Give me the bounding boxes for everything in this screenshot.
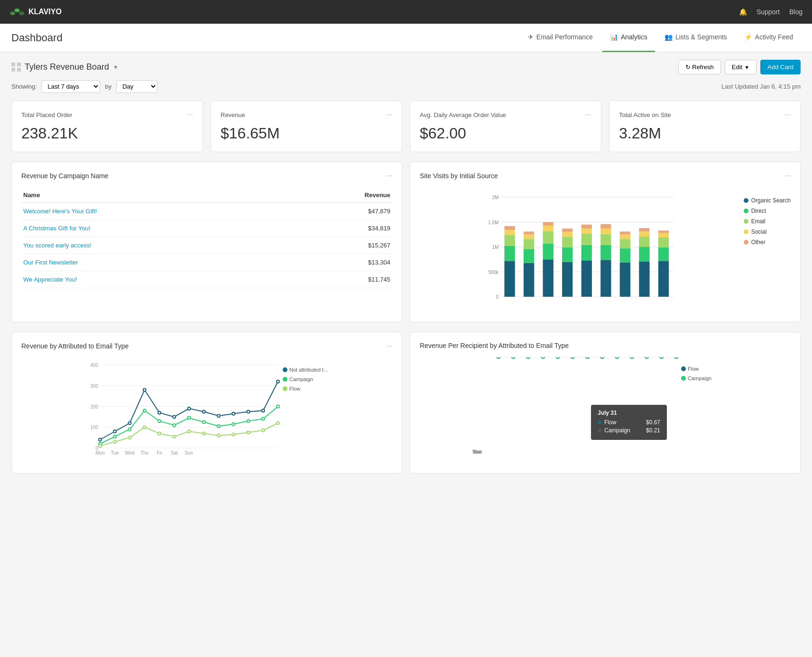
tab-email-performance[interactable]: ✈ Email Performance — [520, 24, 600, 52]
svg-point-80 — [173, 415, 175, 418]
svg-point-151 — [512, 357, 515, 358]
legend-dot — [744, 198, 748, 203]
legend-dot — [744, 229, 748, 234]
svg-point-165 — [681, 376, 686, 381]
legend-dot — [744, 219, 748, 224]
svg-point-112 — [262, 429, 265, 432]
svg-text:500k: 500k — [489, 270, 499, 275]
svg-point-158 — [616, 357, 618, 358]
svg-point-78 — [143, 389, 146, 392]
svg-text:400: 400 — [489, 357, 497, 358]
svg-rect-22 — [524, 231, 534, 234]
legend-item: Organic Search — [744, 197, 791, 204]
svg-point-154 — [556, 357, 559, 358]
blog-link[interactable]: Blog — [789, 8, 803, 16]
site-visits-menu[interactable]: ··· — [784, 172, 791, 180]
page-title: Dashboard — [11, 32, 63, 44]
svg-point-153 — [542, 357, 544, 358]
svg-rect-31 — [562, 232, 572, 237]
svg-rect-17 — [504, 226, 515, 230]
metric-menu-2[interactable]: ··· — [585, 110, 591, 119]
bell-icon[interactable]: 🔔 — [739, 8, 747, 16]
activity-icon: ⚡ — [744, 33, 752, 41]
table-row: Our First Newsletter$13,304 — [21, 254, 392, 271]
svg-point-81 — [188, 407, 191, 410]
svg-point-75 — [99, 438, 102, 441]
svg-point-1 — [15, 9, 20, 12]
time-range-select[interactable]: Last 7 days Last 14 days Last 30 days — [41, 80, 100, 93]
svg-rect-27 — [543, 222, 554, 226]
svg-text:1M: 1M — [492, 245, 498, 250]
tab-analytics[interactable]: 📊 Analytics — [602, 24, 655, 52]
svg-point-105 — [158, 432, 161, 435]
svg-rect-24 — [543, 244, 554, 260]
site-visits-title: Site Visits by Initial Source ··· — [420, 172, 791, 180]
svg-point-91 — [143, 409, 146, 412]
svg-rect-50 — [639, 237, 649, 247]
svg-point-113 — [277, 422, 279, 425]
email-performance-icon: ✈ — [528, 33, 534, 41]
metric-menu-0[interactable]: ··· — [187, 110, 193, 119]
svg-text:Campaign: Campaign — [688, 375, 711, 381]
bar-legend: Organic SearchDirectEmailSocialOther — [744, 188, 791, 312]
revenue-email-menu[interactable]: ··· — [386, 342, 392, 350]
campaign-link[interactable]: Welcome! Here's Your Gift! — [23, 208, 97, 215]
svg-point-90 — [129, 428, 131, 431]
svg-point-92 — [158, 420, 161, 422]
bar-chart-svg: 0500k1M1.5M2M — [420, 188, 738, 312]
svg-rect-18 — [524, 263, 534, 297]
subheader: Dashboard ✈ Email Performance 📊 Analytic… — [0, 24, 812, 52]
svg-text:Mon: Mon — [95, 450, 104, 456]
svg-point-111 — [247, 431, 250, 434]
metric-menu-1[interactable]: ··· — [386, 110, 392, 119]
tooltip-flow-row: Flow $0.67 — [598, 419, 660, 426]
campaign-link[interactable]: We Appreciate You! — [23, 276, 77, 283]
tab-activity-feed[interactable]: ⚡ Activity Feed — [737, 24, 801, 52]
campaign-link[interactable]: Our First Newsletter — [23, 259, 78, 266]
showing-bar: Showing: Last 7 days Last 14 days Last 3… — [11, 80, 801, 93]
brand-logo[interactable]: KLAVIYO — [9, 7, 62, 17]
svg-point-98 — [247, 420, 250, 422]
board-title-area: Tylers Revenue Board ▼ — [11, 62, 119, 72]
svg-point-99 — [262, 418, 265, 420]
svg-text:0: 0 — [496, 294, 499, 300]
svg-point-85 — [247, 410, 250, 413]
refresh-button[interactable]: ↻ Refresh — [678, 60, 721, 74]
metric-menu-3[interactable]: ··· — [784, 110, 791, 119]
period-select[interactable]: Day Week Month — [116, 80, 157, 93]
campaign-link[interactable]: You scored early access! — [23, 242, 92, 249]
svg-rect-53 — [658, 261, 669, 297]
svg-point-2 — [19, 11, 24, 15]
table-row: We Appreciate You!$11,745 — [21, 271, 392, 288]
revenue-campaign-table: Name Revenue Welcome! Here's Your Gift!$… — [21, 188, 392, 288]
svg-rect-28 — [562, 262, 572, 297]
legend-item: Direct — [744, 208, 791, 214]
revenue-campaign-menu[interactable]: ··· — [386, 172, 392, 180]
svg-rect-54 — [658, 247, 669, 261]
svg-rect-23 — [543, 259, 554, 297]
tooltip-campaign-row: Campaign $0.21 — [598, 427, 660, 434]
support-link[interactable]: Support — [757, 8, 780, 16]
svg-rect-19 — [524, 249, 534, 263]
charts-row-2: Revenue by Attributed to Email Type ··· … — [11, 332, 801, 474]
svg-rect-47 — [620, 231, 630, 234]
svg-point-114 — [283, 367, 287, 372]
svg-rect-29 — [562, 247, 572, 262]
edit-button[interactable]: Edit ▼ — [725, 60, 757, 74]
svg-rect-57 — [658, 230, 669, 233]
svg-rect-51 — [639, 231, 649, 237]
last-updated: Last Updated Jan 6, 4:15 pm — [721, 83, 801, 90]
svg-point-161 — [660, 357, 663, 358]
svg-point-118 — [283, 386, 287, 391]
top-navigation: KLAVIYO 🔔 Support Blog — [0, 0, 812, 24]
board-dropdown-icon[interactable]: ▼ — [113, 64, 119, 71]
add-card-button[interactable]: Add Card — [760, 60, 801, 74]
legend-item: Email — [744, 218, 791, 225]
tab-lists-segments[interactable]: 👥 Lists & Segments — [657, 24, 735, 52]
svg-text:1.5M: 1.5M — [488, 220, 498, 225]
svg-text:Wed: Wed — [125, 450, 134, 456]
revenue-email-type-title: Revenue by Attributed to Email Type ··· — [21, 342, 392, 350]
by-label: by — [105, 83, 111, 90]
svg-point-155 — [571, 357, 574, 358]
campaign-link[interactable]: A Christmas Gift for You! — [23, 225, 91, 232]
